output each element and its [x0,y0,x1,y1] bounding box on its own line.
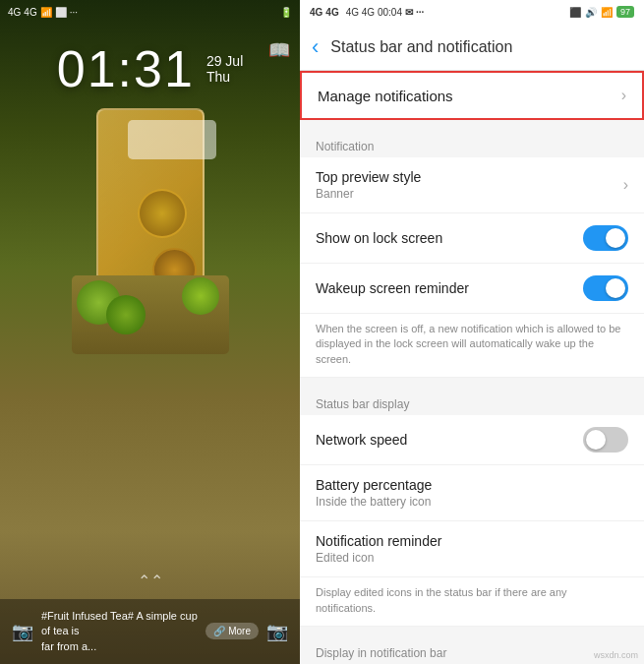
ice [128,120,216,159]
section-display-label: Display in notification bar [300,634,644,664]
left-status-bar: 4G 4G 📶 ⬜ ··· 🔋 [0,0,300,24]
r-battery-icon: 97 [616,6,634,18]
top-preview-title: Top preview style [316,169,623,185]
wifi-icon: 📶 [40,7,52,18]
top-preview-chevron: › [623,176,628,194]
right-status-icons: 🔋 [280,7,292,18]
toggle-knob-3 [586,430,606,450]
top-preview-style-left: Top preview style Banner [316,169,623,201]
notification-reminder-title: Notification reminder [316,533,628,549]
divider-3 [300,627,644,634]
notif-line1: #Fruit Infused Tea# A simple cup of tea … [41,609,198,639]
settings-title: Status bar and notification [330,38,512,56]
notification-row: 📷 #Fruit Infused Tea# A simple cup of te… [12,609,288,654]
bluetooth-icon: ⬜ [55,7,67,18]
camera-icon: 📷 [266,621,288,642]
signal-4g-2: 4G [24,7,36,18]
lock-screen-panel: 4G 4G 📶 ⬜ ··· 🔋 📖 01:31 29 Jul Thu ⌃⌃ 📷 … [0,0,300,664]
notification-reminder-row[interactable]: Notification reminder Edited icon [300,521,644,577]
r-more-dots: ··· [416,7,424,18]
clock-area: 01:31 29 Jul Thu [0,39,300,98]
wakeup-screen-row[interactable]: Wakeup screen reminder [300,264,644,314]
clock-time: 01:31 [57,39,195,98]
back-button[interactable]: ‹ [312,34,319,60]
wakeup-description: When the screen is off, a new notificati… [300,314,644,378]
notif-app-icon: 📷 [12,621,33,642]
r-wifi-icon: 📶 [601,7,613,18]
divider-2 [300,378,644,386]
top-preview-subtitle: Banner [316,187,623,201]
settings-header: ‹ Status bar and notification [300,24,644,71]
right-status-right: ⬛ 🔊 📶 97 [569,6,634,18]
notif-line2: far from a... [41,639,198,654]
more-icon: ··· [70,7,78,18]
battery-icon: 🔋 [280,7,292,18]
battery-percentage-left: Battery percentage Inside the battery ic… [316,477,628,509]
wakeup-screen-left: Wakeup screen reminder [316,280,583,296]
lime-slice-1 [138,189,187,238]
notif-text: #Fruit Infused Tea# A simple cup of tea … [41,609,198,654]
r-msg-icon: ✉ [405,7,413,18]
wakeup-screen-title: Wakeup screen reminder [316,280,583,296]
wakeup-screen-toggle[interactable] [583,275,628,301]
drink-image [72,89,229,364]
notification-reminder-left: Notification reminder Edited icon [316,533,628,565]
right-status-left: 4G 4G 4G 4G 00:04 ✉ ··· [310,7,424,18]
left-signal-icons: 4G 4G 📶 ⬜ ··· [8,7,78,18]
r-signal-4g-2: 4G [325,7,338,18]
notif-reminder-description: Display edited icons in the status bar i… [300,577,644,627]
clock-date-day: 29 Jul [206,53,243,69]
show-lock-screen-toggle[interactable] [583,225,628,251]
battery-percentage-subtitle: Inside the battery icon [316,495,628,509]
clock-date: 29 Jul Thu [206,53,243,85]
more-button[interactable]: 🔗 More [205,623,259,639]
settings-content: Manage notifications › Notification Top … [300,71,644,664]
link-icon: 🔗 [213,626,225,636]
manage-notifications-label: Manage notifications [318,88,453,104]
manage-notifications-chevron: › [621,87,626,104]
show-lock-screen-left: Show on lock screen [316,230,583,246]
show-lock-screen-row[interactable]: Show on lock screen [300,213,644,264]
r-bluetooth-icon: ⬛ [569,7,581,18]
battery-percentage-title: Battery percentage [316,477,628,493]
show-lock-screen-title: Show on lock screen [316,230,583,246]
network-speed-title: Network speed [316,432,583,448]
toggle-knob-2 [606,278,625,298]
swipe-up-indicator: ⌃⌃ [138,572,163,590]
lock-screen-notification[interactable]: 📷 #Fruit Infused Tea# A simple cup of te… [0,599,300,664]
lime-ground-2 [106,295,146,334]
r-signal-4g-1: 4G [310,7,322,18]
clock-date-weekday: Thu [206,69,243,85]
manage-notifications-row[interactable]: Manage notifications › [300,71,644,120]
network-speed-toggle[interactable] [583,427,628,453]
network-speed-row[interactable]: Network speed [300,415,644,465]
top-preview-style-row[interactable]: Top preview style Banner › [300,157,644,213]
more-label: More [228,626,251,636]
section-status-label: Status bar display [300,386,644,415]
settings-panel: 4G 4G 4G 4G 00:04 ✉ ··· ⬛ 🔊 📶 97 ‹ Statu… [300,0,644,664]
toggle-knob-1 [606,228,625,248]
r-vol-icon: 🔊 [585,7,597,18]
section-notification-label: Notification [300,128,644,157]
lime-ground-3 [182,277,219,315]
battery-percentage-row[interactable]: Battery percentage Inside the battery ic… [300,465,644,521]
network-speed-left: Network speed [316,432,583,448]
divider-1 [300,120,644,128]
right-status-bar: 4G 4G 4G 4G 00:04 ✉ ··· ⬛ 🔊 📶 97 [300,0,644,24]
watermark: wsxdn.com [594,650,638,660]
signal-4g-1: 4G [8,7,21,18]
r-time: 4G 4G 00:04 [346,7,402,18]
notification-reminder-subtitle: Edited icon [316,551,628,565]
